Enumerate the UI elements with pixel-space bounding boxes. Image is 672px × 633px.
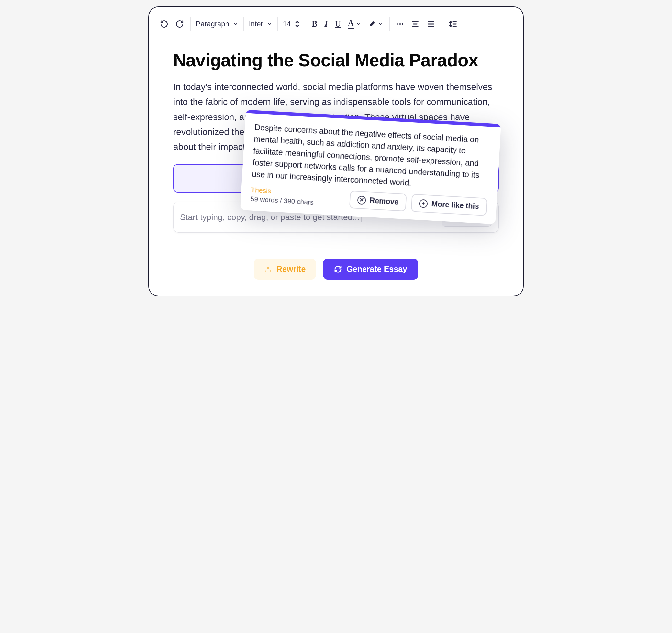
generate-label: Generate Essay <box>346 264 407 274</box>
stepper-icon <box>294 20 300 27</box>
bold-button[interactable]: B <box>310 18 318 30</box>
text-color-button[interactable]: A <box>347 18 362 30</box>
align-justify-icon <box>427 20 435 28</box>
suggestion-text: Despite concerns about the negative effe… <box>251 121 491 193</box>
font-select[interactable]: Inter <box>249 20 272 28</box>
document-area[interactable]: Navigating the Social Media Paradox In t… <box>149 37 523 279</box>
document-title[interactable]: Navigating the Social Media Paradox <box>173 50 499 71</box>
remove-label: Remove <box>369 196 399 206</box>
line-spacing-icon <box>448 19 457 28</box>
highlight-button[interactable] <box>367 19 384 29</box>
ellipsis-icon <box>396 20 404 28</box>
font-label: Inter <box>249 20 263 28</box>
chevron-down-icon <box>378 22 383 26</box>
more-label: More like this <box>431 200 479 211</box>
underline-button[interactable]: U <box>334 18 342 30</box>
undo-icon <box>160 20 168 28</box>
suggestion-card[interactable]: Despite concerns about the negative effe… <box>240 110 501 224</box>
paragraph-style-select[interactable]: Paragraph <box>196 20 238 28</box>
remove-icon: ✕ <box>357 196 366 204</box>
more-like-this-button[interactable]: + More like this <box>411 194 487 216</box>
refresh-icon <box>334 265 342 273</box>
rewrite-button[interactable]: Rewrite <box>254 259 316 279</box>
paragraph-style-label: Paragraph <box>196 20 229 28</box>
editor-window: Paragraph Inter 14 B I U A <box>148 6 524 296</box>
align-center-icon <box>411 20 419 28</box>
svg-point-2 <box>402 23 403 25</box>
font-size-stepper[interactable]: 14 <box>283 20 300 28</box>
redo-icon <box>175 20 184 28</box>
plus-icon: + <box>419 199 428 208</box>
rewrite-label: Rewrite <box>277 264 306 274</box>
align-center-button[interactable] <box>410 19 421 29</box>
action-bar: Rewrite Generate Essay <box>173 259 499 279</box>
line-spacing-button[interactable] <box>447 18 459 30</box>
remove-suggestion-button[interactable]: ✕ Remove <box>349 191 407 212</box>
sparkles-icon <box>264 265 272 273</box>
svg-point-1 <box>400 23 401 25</box>
chevron-down-icon <box>356 22 361 26</box>
font-size-label: 14 <box>283 20 291 28</box>
generate-essay-button[interactable]: Generate Essay <box>323 259 418 279</box>
redo-button[interactable] <box>174 19 185 29</box>
italic-button[interactable]: I <box>323 18 329 30</box>
chevron-down-icon <box>267 21 272 27</box>
toolbar: Paragraph Inter 14 B I U A <box>149 17 523 37</box>
highlighter-icon <box>368 20 376 28</box>
align-justify-button[interactable] <box>425 19 436 29</box>
undo-button[interactable] <box>159 19 170 29</box>
chevron-down-icon <box>233 21 238 27</box>
more-options-button[interactable] <box>395 19 405 29</box>
svg-point-0 <box>397 23 399 25</box>
